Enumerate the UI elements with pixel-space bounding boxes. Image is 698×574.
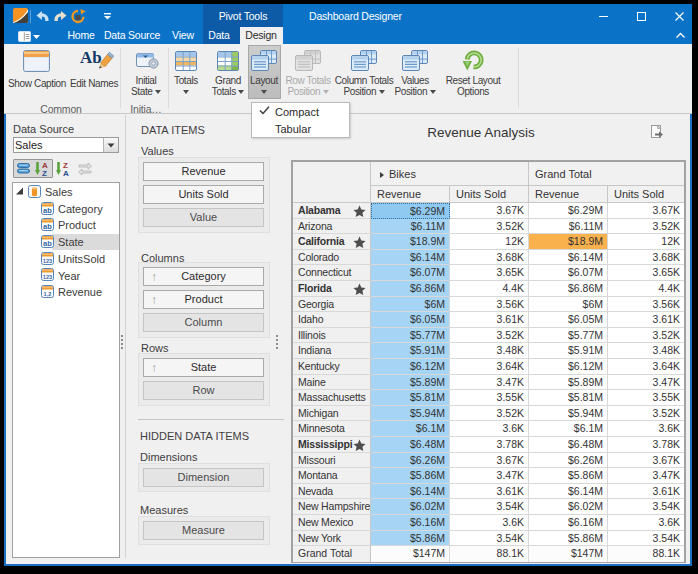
svg-text:123: 123 [43,274,52,280]
svg-text:ab: ab [43,239,52,248]
svg-text:Z: Z [42,169,47,176]
svg-text:123: 123 [43,258,52,264]
svg-text:ab: ab [43,222,52,231]
svg-text:ab: ab [43,206,52,215]
svg-text:1,2: 1,2 [44,291,52,297]
svg-text:A: A [63,169,69,176]
